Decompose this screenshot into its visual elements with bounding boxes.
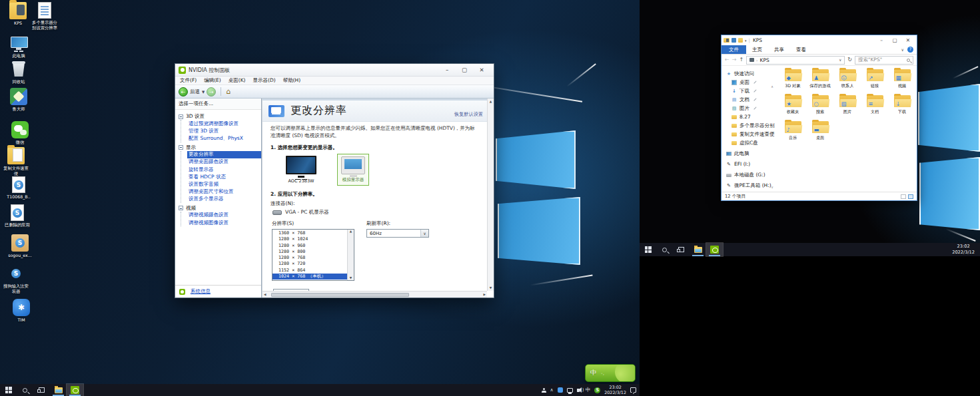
system-info-row[interactable]: 系统信息 (175, 285, 261, 297)
scroll-up-icon[interactable]: ▲ (350, 230, 352, 234)
desktop-icon[interactable]: sogou_ex... (5, 234, 35, 258)
folder-tile[interactable]: ↓下载 (889, 95, 915, 120)
refresh-icon[interactable]: ↻ (847, 57, 852, 63)
close-button[interactable]: ✕ (473, 67, 490, 73)
folder-tile[interactable]: ≡文档 (861, 95, 888, 120)
resolution-option[interactable]: 1280 × 768 (272, 255, 347, 261)
sidebar-item[interactable]: ▧图片 (722, 104, 775, 112)
search-button[interactable] (656, 243, 673, 256)
nvidia-taskbar-button[interactable] (706, 243, 723, 256)
tree-category[interactable]: 3D 设置 (179, 113, 261, 120)
maximize-button[interactable]: ▢ (888, 37, 901, 43)
sidebar-item[interactable]: ★快速访问 (722, 69, 775, 78)
network-tray-icon[interactable] (567, 388, 573, 393)
home-icon[interactable]: ⌂ (226, 88, 231, 95)
tab-file[interactable]: 文件 (722, 45, 746, 54)
folder-tile[interactable]: ▧图片 (834, 95, 861, 120)
sidebar-item[interactable]: 8.27 (722, 112, 775, 121)
desktop-icon[interactable]: 搜狗输入法安装器 (1, 265, 31, 294)
nvidia-title-bar[interactable]: NVIDIA 控制面板 – ▢ ✕ (175, 64, 494, 77)
quick-access-customize-chevron[interactable]: ▾ (745, 39, 747, 43)
collapse-icon[interactable] (179, 206, 183, 210)
desktop-icon[interactable]: 多个显示器分别设置分辨率 (30, 2, 59, 31)
tree-item[interactable]: 设置多个显示器 (187, 196, 261, 203)
back-icon[interactable]: ← (179, 87, 188, 97)
back-icon[interactable]: ← (725, 57, 730, 63)
start-button[interactable] (640, 243, 656, 256)
address-input[interactable]: › KPS ∨ (746, 56, 845, 65)
sidebar-item[interactable]: 桌面 (722, 78, 775, 87)
tree-item[interactable]: 设置数字音频 (187, 180, 261, 188)
task-view-button[interactable] (673, 243, 690, 256)
folder-tile[interactable]: ↗链接 (861, 69, 888, 94)
menu-item[interactable]: 帮助(H) (283, 77, 301, 84)
resolution-option[interactable]: 1152 × 864 (272, 268, 347, 274)
search-input[interactable]: 搜索"KPS" (855, 56, 913, 65)
tree-item[interactable]: 查看 HDCP 状态 (187, 173, 261, 180)
quick-access-properties-icon[interactable] (732, 38, 736, 43)
taskbar-clock[interactable]: 23:02 2022/3/12 (952, 244, 977, 255)
desktop-icon[interactable]: T10068_B.. (4, 176, 33, 200)
file-explorer-taskbar-button[interactable] (690, 243, 706, 256)
sogou-ime-bar[interactable]: 中 ◦, (585, 364, 636, 382)
forward-icon[interactable]: → (207, 87, 216, 97)
resolution-option[interactable]: 1280 × 800 (272, 249, 347, 255)
folder-tile[interactable]: ★收藏夹 (779, 95, 806, 120)
scrollbar-thumb[interactable] (271, 293, 408, 297)
folder-tile[interactable]: ♪音乐 (779, 121, 806, 146)
tree-item[interactable]: 管理 3D 设置 (187, 127, 261, 134)
resolution-listbox[interactable]: 1360 × 7681280 × 10241280 × 9601280 × 80… (272, 229, 354, 281)
sidebar-scroll-up-icon[interactable]: ∧ (771, 85, 773, 89)
display-thumbnail[interactable]: AOC 2383W (282, 154, 320, 186)
tree-category[interactable]: 视频 (179, 205, 261, 212)
resolution-option[interactable]: 1280 × 720 (272, 261, 347, 267)
tab-view[interactable]: 查看 (790, 45, 812, 54)
volume-tray-icon[interactable] (577, 389, 580, 392)
tree-item[interactable]: 调整桌面颜色设置 (187, 158, 261, 166)
desktop-icon[interactable]: 回收站 (4, 61, 33, 85)
tree-category[interactable]: 显示 (179, 144, 261, 151)
desktop-icon[interactable]: 微信 (5, 121, 35, 145)
scroll-down-icon[interactable]: ▼ (490, 286, 492, 290)
start-button[interactable] (0, 384, 17, 396)
tree-item[interactable]: 调整视频图像设置 (187, 219, 261, 226)
tree-item[interactable]: 调整桌面尺寸和位置 (187, 188, 261, 196)
folder-tile[interactable]: ▬桌面 (807, 121, 833, 146)
sogou-tray-icon[interactable]: S (594, 387, 600, 393)
help-icon[interactable]: ? (907, 47, 913, 53)
folder-tile[interactable]: ◆3D 对象 (779, 69, 806, 94)
resolution-option[interactable]: 1280 × 1024 (272, 236, 347, 242)
task-view-button[interactable] (33, 384, 50, 396)
close-button[interactable]: ✕ (901, 37, 915, 43)
refresh-rate-dropdown[interactable]: 60Hz (366, 229, 429, 238)
address-dropdown-icon[interactable]: ∨ (839, 58, 841, 62)
language-indicator[interactable]: 中 (586, 387, 591, 393)
list-view-icon[interactable] (901, 194, 906, 199)
sidebar-item[interactable]: ↓下载 (722, 87, 775, 95)
display-thumbnail[interactable]: 模拟显示器 (337, 154, 369, 186)
menu-item[interactable]: 编辑(E) (204, 77, 221, 84)
scroll-up-icon[interactable]: ▲ (490, 100, 492, 103)
sidebar-item[interactable]: 此电脑 (722, 149, 775, 158)
ime-mode-indicator[interactable]: 中 (590, 369, 597, 377)
tree-item[interactable]: 旋转显示器 (187, 166, 261, 173)
collapse-icon[interactable] (179, 145, 183, 150)
explorer-title-bar[interactable]: ▾ | KPS – ▢ ✕ (722, 35, 917, 45)
search-button[interactable] (17, 384, 33, 396)
sidebar-item[interactable]: 复制文件速查便 (722, 130, 775, 138)
sidebar-item[interactable]: 多个显示器分别 (722, 121, 775, 130)
action-center-icon[interactable] (630, 387, 636, 393)
desktop-icon[interactable]: TIM (7, 299, 36, 323)
quick-access-new-folder-icon[interactable] (738, 38, 743, 43)
desktop-icon[interactable]: 鲁大师 (4, 88, 33, 112)
file-explorer-taskbar-button[interactable] (50, 384, 67, 396)
resolution-option[interactable]: 1024 × 768 （本机） (272, 274, 347, 280)
system-info-link[interactable]: 系统信息 (191, 288, 211, 295)
ime-tools-icon[interactable]: ◦, (601, 371, 604, 375)
desktop-icon[interactable]: 此电脑 (4, 35, 33, 59)
desktop-icon[interactable]: 已删除的应用 (3, 204, 32, 228)
thumbnail-view-icon[interactable] (908, 194, 913, 199)
horizontal-scrollbar[interactable]: ◀ ▶ (262, 291, 487, 297)
breadcrumb[interactable]: KPS (760, 57, 769, 63)
restore-defaults-link[interactable]: 恢复默认设置 (454, 111, 483, 118)
